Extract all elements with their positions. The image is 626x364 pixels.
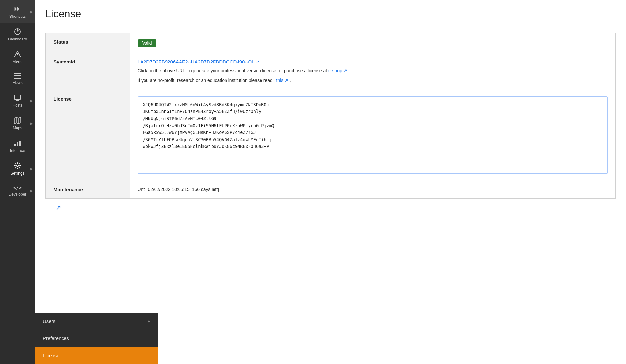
external-link-icon: ↗︎: [256, 59, 259, 64]
systemid-desc2-text: .: [349, 68, 350, 73]
systemid-description2: If you are no-profit, research or an edu…: [138, 77, 608, 84]
sidebar-item-flows[interactable]: Flows: [0, 69, 35, 89]
maintenance-cell: Until 02/02/2022 10:05:15 [166 days left…: [130, 181, 616, 198]
page-title: License: [45, 8, 616, 20]
systemid-desc1-text: Click on the above URL to generate your …: [138, 68, 327, 73]
chevron-icon: ▶: [30, 99, 33, 103]
settings-icon: [14, 162, 21, 170]
sidebar-item-maps[interactable]: Maps ▶: [0, 112, 35, 135]
this-link[interactable]: this ↗︎: [276, 78, 290, 83]
sidebar-item-label: Shortcuts: [9, 14, 26, 19]
sidebar-item-shortcuts[interactable]: ⏭ Shortcuts ▶: [0, 0, 35, 23]
sidebar-item-alerts[interactable]: Alerts: [0, 46, 35, 69]
status-cell: Valid: [130, 33, 616, 53]
maintenance-value: Until 02/02/2022 10:05:15 [166 days left…: [138, 187, 219, 192]
license-label: License: [46, 90, 130, 181]
chevron-icon: ▶: [30, 10, 33, 14]
svg-point-15: [17, 165, 18, 167]
license-table: Status Valid SystemId LA2D7D2FB9206AAF2-…: [45, 33, 616, 199]
systemid-row: SystemId LA2D7D2FB9206AAF2--UA2D7D2FBDDC…: [46, 53, 616, 90]
license-cell: XJQ6U04QIW2ixxzNMfGnWibAySvd8Rd3K4qxymrZ…: [130, 90, 616, 181]
shortcuts-icon: ⏭: [14, 5, 21, 13]
hosts-icon: [14, 94, 21, 102]
alerts-icon: [14, 51, 21, 58]
this-external-icon: ↗︎: [284, 78, 288, 83]
license-textarea[interactable]: XJQ6U04QIW2ixxzNMfGnWibAySvd8Rd3K4qxymrZ…: [138, 96, 608, 174]
main-content: License Status Valid SystemId LA2D7D2FB9…: [35, 0, 626, 364]
interface-icon: [14, 139, 21, 147]
sidebar-item-developer[interactable]: </> Developer ▶: [0, 180, 35, 201]
sidebar-item-dashboard[interactable]: Dashboard: [0, 23, 35, 46]
sidebar-item-label: Hosts: [13, 103, 23, 108]
dashboard-icon: [14, 28, 21, 36]
sidebar-item-settings[interactable]: Settings ▶: [0, 157, 35, 180]
maps-icon: [14, 117, 21, 124]
sidebar-item-label: Developer: [9, 192, 27, 197]
svg-rect-12: [14, 144, 16, 146]
maintenance-row: Maintenance Until 02/02/2022 10:05:15 [1…: [46, 181, 616, 198]
svg-marker-9: [14, 117, 21, 124]
systemid-label: SystemId: [46, 53, 130, 90]
systemid-cell: LA2D7D2FB9206AAF2--UA2D7D2FBDDCCD490--OL…: [130, 53, 616, 90]
page-header: License: [35, 0, 626, 25]
svg-rect-13: [17, 142, 18, 146]
systemid-link[interactable]: LA2D7D2FB9206AAF2--UA2D7D2FBDDCCD490--OL…: [138, 59, 260, 64]
sidebar-item-label: Interface: [10, 148, 25, 153]
chevron-icon: ▶: [30, 189, 33, 192]
status-badge: Valid: [138, 39, 156, 47]
svg-rect-4: [14, 75, 21, 76]
bottom-external-icon: ↗︎: [56, 204, 61, 211]
sidebar-item-hosts[interactable]: Hosts ▶: [0, 89, 35, 112]
content-area: Status Valid SystemId LA2D7D2FB9206AAF2-…: [35, 25, 626, 224]
status-label: Status: [46, 33, 130, 53]
svg-rect-5: [14, 78, 21, 79]
svg-rect-14: [19, 141, 21, 146]
eshop-link[interactable]: e-shop ↗︎: [328, 68, 349, 73]
sidebar-item-label: Maps: [13, 126, 22, 130]
systemid-url-text: LA2D7D2FB9206AAF2--UA2D7D2FBDDCCD490--OL: [138, 59, 255, 64]
maintenance-label: Maintenance: [46, 181, 130, 198]
sidebar-item-label: Flows: [12, 80, 22, 85]
svg-rect-6: [14, 95, 21, 99]
license-row: License XJQ6U04QIW2ixxzNMfGnWibAySvd8Rd3…: [46, 90, 616, 181]
chevron-icon: ▶: [30, 122, 33, 125]
systemid-desc3-text: If you are no-profit, research or an edu…: [138, 78, 272, 83]
status-row: Status Valid: [46, 33, 616, 53]
svg-rect-3: [14, 73, 21, 74]
systemid-description: Click on the above URL to generate your …: [138, 67, 608, 74]
sidebar-item-interface[interactable]: Interface: [0, 135, 35, 157]
sidebar-item-label: Dashboard: [8, 37, 27, 41]
bottom-external-link[interactable]: ↗︎: [56, 204, 61, 211]
svg-point-2: [17, 56, 18, 56]
sidebar-item-label: Alerts: [13, 60, 23, 64]
eshop-external-icon: ↗︎: [343, 68, 347, 73]
bottom-row: ↗︎: [45, 199, 616, 217]
chevron-icon: ▶: [30, 167, 33, 171]
sidebar-item-label: Settings: [10, 171, 24, 176]
flows-icon: [14, 73, 21, 79]
developer-icon: </>: [13, 185, 22, 191]
sidebar: ⏭ Shortcuts ▶ Dashboard Alerts Flows Hos…: [0, 0, 35, 364]
